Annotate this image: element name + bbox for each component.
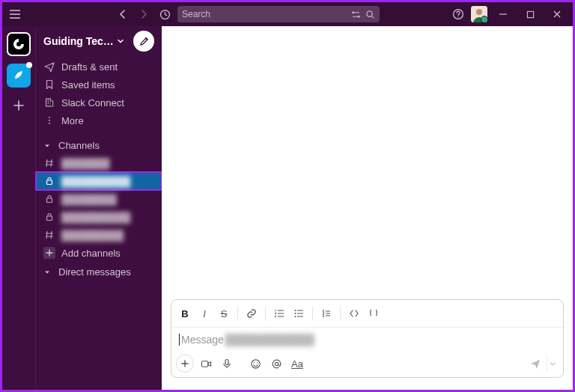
sidebar-item-label: Slack Connect: [61, 97, 124, 108]
send-button[interactable]: [526, 355, 545, 372]
svg-rect-17: [201, 361, 207, 367]
window-minimize-button[interactable]: [492, 6, 514, 22]
help-button[interactable]: [450, 6, 466, 22]
sidebar-item-connect[interactable]: Slack Connect: [36, 94, 162, 111]
message-placeholder: Message: [181, 334, 224, 346]
send-icon: [43, 61, 55, 73]
hash-icon: [43, 229, 55, 241]
lock-icon: [43, 193, 55, 205]
channel-label: ██████████: [61, 212, 130, 223]
filter-icon[interactable]: [351, 10, 361, 19]
attach-button[interactable]: [176, 355, 194, 373]
separator: [265, 307, 266, 320]
message-placeholder-channel: ████████████: [225, 334, 314, 346]
separator: [312, 307, 313, 320]
plus-icon: [43, 247, 55, 259]
channel-item[interactable]: █████████: [36, 226, 162, 244]
sidebar-item-label: More: [61, 115, 84, 126]
channel-label: ████████: [61, 194, 117, 205]
format-quote-button[interactable]: [317, 304, 335, 322]
svg-point-3: [457, 16, 458, 17]
hash-icon: [43, 157, 55, 169]
channel-item[interactable]: ███████: [36, 154, 162, 172]
direct-messages-header[interactable]: Direct messages: [36, 262, 162, 281]
format-code-button[interactable]: [345, 304, 363, 322]
sidebar-item-drafts[interactable]: Drafts & sent: [36, 58, 162, 76]
bookmark-icon: [43, 79, 55, 91]
svg-rect-13: [47, 216, 52, 221]
user-avatar[interactable]: [471, 6, 487, 22]
channel-label: █████████: [61, 230, 124, 241]
sidebar-item-more[interactable]: More: [36, 111, 162, 129]
composer-bottom-bar: Aa: [171, 352, 563, 377]
app-window: Search: [2, 2, 573, 390]
svg-rect-18: [225, 360, 228, 365]
workspace-header[interactable]: Guiding Tec…: [36, 26, 162, 56]
search-icon[interactable]: [365, 10, 375, 19]
format-bold-button[interactable]: B: [176, 304, 194, 322]
section-label: Direct messages: [58, 266, 131, 278]
sidebar-item-label: Saved items: [61, 79, 115, 91]
add-workspace-button[interactable]: [8, 95, 29, 116]
format-bullet-list-button[interactable]: [290, 304, 308, 322]
svg-point-21: [256, 362, 258, 364]
sidebar-item-label: Drafts & sent: [61, 61, 118, 73]
emoji-button[interactable]: [246, 355, 264, 373]
format-italic-button[interactable]: I: [195, 304, 213, 322]
search-input[interactable]: Search: [177, 6, 380, 22]
lock-icon: [43, 175, 55, 187]
compose-button[interactable]: [133, 31, 154, 52]
text-cursor: [179, 334, 180, 346]
message-input[interactable]: Message ████████████: [171, 328, 563, 352]
channel-item[interactable]: ██████████: [36, 172, 162, 190]
search-placeholder: Search: [182, 9, 210, 19]
sidebar-item-saved[interactable]: Saved items: [36, 76, 162, 94]
svg-rect-11: [47, 180, 52, 185]
chevron-down-icon: [117, 37, 124, 45]
separator: [237, 307, 238, 320]
hamburger-menu[interactable]: [7, 6, 23, 22]
format-ordered-list-button[interactable]: [270, 304, 288, 322]
titlebar: Search: [2, 2, 573, 26]
channel-label: ███████: [61, 158, 109, 169]
svg-point-1: [367, 10, 372, 16]
svg-point-5: [476, 9, 482, 15]
separator: [340, 307, 341, 320]
sidebar-section-channels: Channels ███████ ██████████ ████████ ███…: [36, 135, 162, 262]
send-options-button[interactable]: [547, 355, 559, 372]
svg-point-22: [275, 362, 278, 365]
history-button[interactable]: [156, 6, 173, 22]
nav-forward-button[interactable]: [136, 6, 152, 22]
workspace-name: Guiding Tec…: [43, 35, 114, 47]
svg-point-8: [49, 117, 50, 118]
audio-button[interactable]: [218, 355, 236, 373]
channel-item[interactable]: ██████████: [36, 208, 162, 226]
video-button[interactable]: [197, 355, 215, 373]
format-toolbar: B I S: [171, 300, 563, 328]
window-maximize-button[interactable]: [519, 6, 541, 22]
format-link-button[interactable]: [243, 304, 261, 322]
message-composer: B I S: [171, 299, 564, 378]
workspace-1-button[interactable]: [7, 32, 31, 56]
svg-point-20: [253, 362, 255, 364]
add-channels-button[interactable]: Add channels: [36, 244, 162, 262]
section-label: Channels: [58, 140, 100, 151]
window-close-button[interactable]: [546, 6, 568, 22]
more-icon: [43, 114, 55, 126]
workspace-2-button[interactable]: [7, 64, 31, 88]
formatting-toggle-button[interactable]: Aa: [288, 355, 306, 373]
channels-header[interactable]: Channels: [36, 135, 162, 154]
svg-point-15: [295, 313, 296, 314]
format-strike-button[interactable]: S: [215, 304, 233, 322]
channel-label: ██████████: [61, 176, 130, 187]
add-channels-label: Add channels: [61, 248, 121, 259]
building-icon: [43, 97, 55, 108]
mention-button[interactable]: [267, 355, 285, 373]
nav-back-button[interactable]: [115, 6, 131, 22]
format-codeblock-button[interactable]: [365, 304, 383, 322]
message-list: [162, 26, 573, 299]
lock-icon: [43, 211, 55, 223]
svg-rect-6: [527, 11, 533, 17]
channel-item[interactable]: ████████: [36, 190, 162, 208]
svg-point-14: [295, 310, 296, 311]
